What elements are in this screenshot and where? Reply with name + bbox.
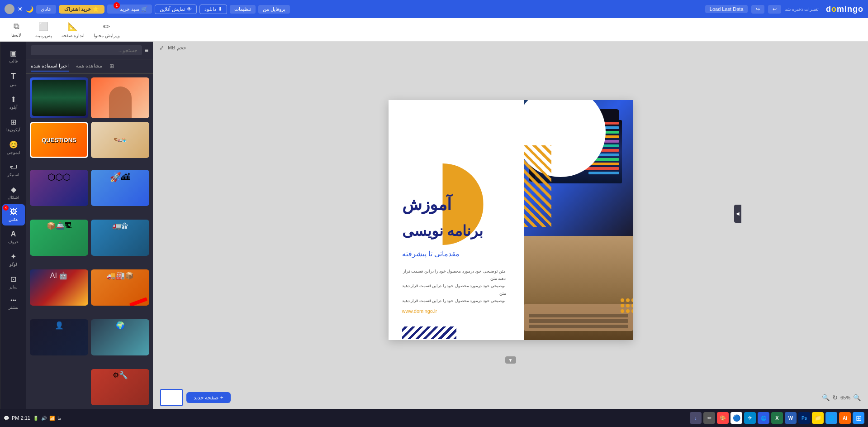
taskbar-windows-icon[interactable]: ⊞ [853, 412, 864, 424]
taskbar-left: ⊞ Ai 🌐 📁 Ps W X 🌐 ✈ 🔵 🎨 ✏ ↓ [690, 412, 864, 424]
expand-icon[interactable]: ⤢ [159, 44, 164, 51]
canvas-yellow-stripes [524, 145, 551, 227]
light-mode-toggle[interactable]: ☀ [17, 5, 23, 13]
redo-button[interactable]: ↪ [751, 5, 764, 14]
buy-subscription-button[interactable]: ⭐ خرید اشتراک [59, 5, 104, 14]
taskbar-audio-icon: 🔊 [41, 416, 47, 421]
zoom-refresh-icon[interactable]: ↺ [832, 394, 838, 401]
zoom-percent: 65% [840, 395, 850, 400]
taskbar-word-icon[interactable]: W [785, 412, 797, 424]
taskbar-paint-icon[interactable]: 🎨 [717, 412, 729, 424]
panel-image-questions[interactable]: QUESTIONS [30, 122, 88, 158]
taskbar-browser-icon[interactable]: 🌐 [825, 412, 837, 424]
sidebar-item-photo[interactable]: ✕ 🖼 عکس [2, 204, 25, 225]
panel-image-7[interactable]: 🤖 AI [30, 259, 88, 306]
add-page-button[interactable]: + صفحه جدید [186, 392, 231, 403]
profile-button[interactable]: پروفایل من [258, 5, 290, 14]
panel-image-1[interactable]: 🏪🚛🏗 [91, 122, 149, 158]
taskbar-telegram-icon[interactable]: ✈ [744, 412, 756, 424]
sidebar-template-label: قالب [9, 59, 18, 63]
sidebar-letters-label: حروف [8, 240, 19, 244]
taskbar-folder-icon[interactable]: 📁 [812, 412, 824, 424]
filter-icon[interactable]: ≡ [145, 47, 148, 54]
sidebar-more-label: بیشتر [9, 305, 19, 310]
panel-collapse-arrow[interactable]: ◀ [734, 205, 741, 223]
top-nav-left: domingo تغییرات ذخیره شد ↩ ↪ Load Last D… [705, 5, 863, 14]
edit-icon: ✏ [103, 22, 110, 32]
sidebar-item-upload[interactable]: ⬆ آپلود [2, 91, 25, 113]
tab-view-all[interactable]: مشاهده همه [76, 63, 102, 72]
top-nav-right: پروفایل من تنظیمات ⬇ دانلود 👁 نمایش آنلا… [5, 4, 290, 14]
panel-image-3[interactable]: ⬡⬡⬡ [30, 161, 88, 206]
sidebar-other-label: سایر [9, 285, 18, 289]
taskbar-chrome-icon[interactable]: 🔵 [730, 412, 742, 424]
save-status: تغییرات ذخیره شد [785, 7, 819, 12]
taskbar-notification-icon[interactable]: 💬 [4, 416, 9, 421]
sidebar-item-template[interactable]: ▣ قالب [2, 45, 25, 67]
letters-icon: A [11, 230, 16, 238]
panel-image-nature[interactable] [30, 77, 88, 118]
undo-button[interactable]: ↩ [768, 5, 781, 14]
taskbar-lang: ما [57, 416, 61, 421]
grid-view-icon[interactable]: ⊞ [109, 63, 114, 72]
sidebar-item-other[interactable]: ⊡ سایر [2, 271, 25, 293]
taskbar-ps-icon[interactable]: Ps [798, 412, 810, 424]
settings-button[interactable]: تنظیمات [230, 5, 256, 14]
load-last-data-button[interactable]: Load Last Data [705, 5, 748, 13]
tool-background[interactable]: ⬜ پس‌زمینه [34, 22, 52, 38]
panel-image-5[interactable]: 🏗🚢📦 [30, 209, 88, 256]
panel-image-8[interactable]: 🌍 [91, 308, 149, 355]
collapse-arrow-bottom[interactable]: ▼ [505, 356, 516, 364]
sidebar-item-more[interactable]: ••• بیشتر [2, 294, 25, 313]
far-right-sidebar: ▣ قالب T متن ⬆ آپلود ⊞ آیکون‌ها 😊 ایموجی… [0, 42, 26, 409]
dark-mode-toggle[interactable]: 🌙 [26, 5, 33, 13]
sidebar-item-letters[interactable]: A حروف [2, 226, 25, 248]
panel-image-10[interactable]: 🔧⚙ [91, 358, 149, 405]
sidebar-item-text[interactable]: T متن [2, 68, 25, 91]
sidebar-upload-label: آپلود [9, 105, 18, 110]
mode-button[interactable]: عادی [36, 5, 56, 14]
tool-edit-content[interactable]: ✏ ویرایش محتوا [94, 22, 120, 38]
sidebar-item-emoji[interactable]: 😊 ایموجی [2, 137, 25, 158]
tool-layers[interactable]: ⧉ لایه‌ها [7, 22, 25, 38]
panel-search-input[interactable] [31, 45, 142, 55]
panel-tabs: ⊞ مشاهده همه اخیرا استفاده شده [26, 59, 153, 74]
zoom-in-icon[interactable]: 🔍 [853, 394, 861, 401]
display-online-button[interactable]: 👁 نمایش آنلاین [155, 5, 197, 14]
taskbar-pencil-icon[interactable]: ✏ [703, 412, 715, 424]
design-canvas[interactable]: آموزش برنامه نویسی مقدماتی تا پیشرفته مت… [389, 100, 633, 340]
more-icon: ••• [10, 297, 16, 304]
download-button[interactable]: ⬇ دانلود [199, 5, 227, 14]
panel-image-portrait[interactable] [91, 77, 149, 118]
taskbar-network-icon: 📶 [49, 416, 55, 421]
hand-keyboard [524, 236, 633, 340]
sidebar-item-sticker[interactable]: 🏷 استیکر [2, 159, 25, 181]
zoom-controls: 🔍 65% ↺ 🔍 [822, 394, 861, 401]
taskbar-excel-icon[interactable]: X [771, 412, 783, 424]
cart-button[interactable]: 🛒 سبد خرید 1 [107, 5, 152, 14]
file-size-label: حجم MB [168, 45, 186, 51]
other-icon: ⊡ [10, 275, 16, 283]
close-icon: ✕ [3, 205, 9, 211]
sidebar-item-logo[interactable]: ✦ لوگو [2, 249, 25, 270]
shapes-icon: ◆ [11, 185, 16, 194]
panel-image-6[interactable]: 📦🏭🚚 [91, 259, 149, 306]
logo: domingo [826, 5, 863, 14]
sidebar-item-icons[interactable]: ⊞ آیکون‌ها [2, 114, 25, 136]
panel-image-4[interactable]: 🛣🚛 [91, 209, 149, 256]
taskbar-ai-icon[interactable]: Ai [839, 412, 851, 424]
panel-image-9[interactable]: 👤 [30, 308, 88, 355]
photo-icon: 🖼 [10, 208, 17, 216]
tool-page-size[interactable]: 📐 اندازه صفحه [62, 22, 85, 38]
taskbar-download-icon[interactable]: ↓ [690, 412, 702, 424]
canvas-wrapper[interactable]: آموزش برنامه نویسی مقدماتی تا پیشرفته مت… [153, 54, 868, 386]
page-thumbnail[interactable] [160, 389, 183, 406]
background-label: پس‌زمینه [35, 33, 52, 38]
panel-image-2[interactable]: 🏙🚀 [91, 161, 149, 206]
zoom-out-icon[interactable]: 🔍 [822, 394, 830, 401]
logo-icon: ✦ [10, 252, 16, 261]
taskbar-domingo-icon[interactable]: 🌐 [758, 412, 769, 424]
sidebar-item-shapes[interactable]: ◆ اشکال [2, 182, 25, 203]
tab-recently-used[interactable]: اخیرا استفاده شده [31, 63, 69, 72]
panel-search-bar: ≡ [26, 42, 153, 59]
